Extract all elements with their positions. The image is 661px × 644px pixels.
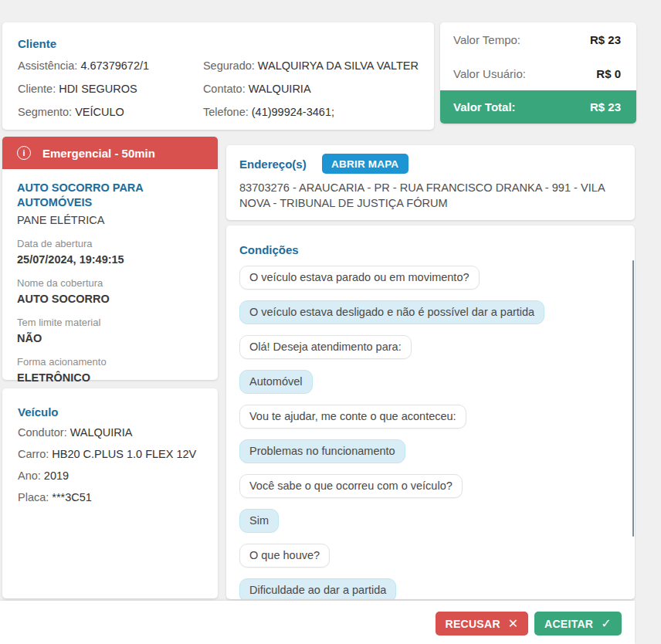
valor-total-row: Valor Total: R$ 23 xyxy=(440,90,636,124)
field-label: Telefone: xyxy=(203,106,249,118)
chat-bubble-answer: Automóvel xyxy=(239,370,313,394)
field-value: 4.67379672/1 xyxy=(80,59,149,72)
valor-value: R$ 23 xyxy=(590,33,621,46)
field-ano: Ano:2019 xyxy=(18,469,207,483)
chat-bubble-question: Vou te ajudar, me conte o que aconteceu: xyxy=(239,405,466,429)
field-value: WALQUIRIA xyxy=(249,83,311,95)
emergency-banner-label: Emergencial - 50min xyxy=(42,147,155,160)
field-label: Condutor: xyxy=(18,426,67,439)
field-value: VEÍCULO xyxy=(75,106,124,118)
field-value: WALQUIRYA DA SILVA VALTER xyxy=(258,59,419,72)
detail-data-abertura: Data de abertura 25/07/2024, 19:49:15 xyxy=(17,238,207,267)
field-placa: Placa:***3C51 xyxy=(18,490,207,505)
field-label: Cliente: xyxy=(18,83,56,95)
chat-bubble-answer: Problemas no funcionamento xyxy=(239,439,405,463)
field-label: Carro: xyxy=(18,448,49,460)
chat-bubble-question: O que houve? xyxy=(239,544,330,568)
detail-value: ELETRÔNICO xyxy=(17,371,207,385)
recusar-label: RECUSAR xyxy=(445,618,500,630)
x-icon: ✕ xyxy=(508,618,519,630)
coverage-card: AUTO SOCORRO PARA AUTOMÓVEIS PANE ELÉTRI… xyxy=(2,169,218,380)
valor-card: Valor Tempo: R$ 23 Valor Usuário: R$ 0 V… xyxy=(440,22,636,124)
valor-total-value: R$ 23 xyxy=(590,100,621,114)
field-condutor: Condutor:WALQUIRIA xyxy=(18,425,207,440)
field-segmento: Segmento:VEÍCULO xyxy=(18,100,203,124)
vehicle-card: Veículo Condutor:WALQUIRIA Carro:HB20 C.… xyxy=(2,388,218,598)
open-map-button[interactable]: ABRIR MAPA xyxy=(322,154,408,174)
valor-label: Valor Tempo: xyxy=(453,33,520,46)
valor-total-label: Valor Total: xyxy=(453,100,516,114)
address-card: Endereço(s) ABRIR MAPA 83703276 - ARAUCA… xyxy=(226,145,635,220)
chat-bubble-question: Olá! Deseja atendimento para: xyxy=(239,335,412,359)
field-value: 2019 xyxy=(44,469,69,482)
field-label: Segurado: xyxy=(203,59,255,72)
service-event: PANE ELÉTRICA xyxy=(17,213,207,228)
field-value: HDI SEGUROS xyxy=(59,83,137,95)
footer-bar: RECUSAR ✕ ACEITAR ✓ xyxy=(0,601,635,644)
chat-bubble-answer: O veículo estava desligado e não é possí… xyxy=(239,300,544,324)
conditions-scrollbar-thumb[interactable] xyxy=(632,260,634,537)
detail-forma-acionamento: Forma acionamento ELETRÔNICO xyxy=(17,356,207,385)
detail-label: Nome da cobertura xyxy=(17,277,207,290)
chat-bubble-question: O veículo estava parado ou em movimento? xyxy=(239,266,480,290)
detail-limite-material: Tem limite material NÃO xyxy=(17,317,207,346)
valor-label: Valor Usuário: xyxy=(453,67,526,80)
field-label: Contato: xyxy=(203,83,246,95)
detail-value: 25/07/2024, 19:49:15 xyxy=(17,253,207,267)
valor-tempo-row: Valor Tempo: R$ 23 xyxy=(440,22,636,56)
field-value: HB20 C.PLUS 1.0 FLEX 12V xyxy=(52,448,196,460)
emergency-banner: i Emergencial - 50min xyxy=(2,137,218,169)
detail-value: AUTO SOCORRO xyxy=(17,292,207,307)
aceitar-label: ACEITAR xyxy=(544,618,593,630)
detail-label: Tem limite material xyxy=(17,317,207,329)
check-icon: ✓ xyxy=(601,618,612,630)
info-icon: i xyxy=(17,146,31,160)
field-label: Segmento: xyxy=(18,106,72,118)
service-name: AUTO SOCORRO PARA AUTOMÓVEIS xyxy=(17,181,207,210)
chat-bubble-question: Você sabe o que ocorreu com o veículo? xyxy=(239,474,463,498)
field-carro: Carro:HB20 C.PLUS 1.0 FLEX 12V xyxy=(18,447,207,462)
field-telefone: Telefone:(41)99924-3461; xyxy=(203,100,419,124)
detail-label: Forma acionamento xyxy=(17,356,207,368)
detail-label: Data de abertura xyxy=(17,238,207,250)
detail-value: NÃO xyxy=(17,331,207,346)
detail-nome-cobertura: Nome da cobertura AUTO SOCORRO xyxy=(17,277,207,307)
valor-value: R$ 0 xyxy=(596,67,621,80)
chat-transcript: O veículo estava parado ou em movimento?… xyxy=(239,266,616,599)
valor-usuario-row: Valor Usuário: R$ 0 xyxy=(440,56,636,90)
field-label: Ano: xyxy=(18,469,41,482)
field-segurado: Segurado:WALQUIRYA DA SILVA VALTER xyxy=(203,54,419,77)
aceitar-button[interactable]: ACEITAR ✓ xyxy=(534,612,622,636)
chat-bubble-answer: Sim xyxy=(239,509,279,533)
field-contato: Contato:WALQUIRIA xyxy=(203,77,419,100)
field-label: Placa: xyxy=(18,491,49,503)
field-assistencia: Assistência:4.67379672/1 xyxy=(18,54,203,77)
conditions-card: Condições O veículo estava parado ou em … xyxy=(226,225,635,599)
vehicle-card-title: Veículo xyxy=(18,405,207,419)
address-text: 83703276 - ARAUCARIA - PR - RUA FRANCISC… xyxy=(239,180,619,211)
address-card-title: Endereço(s) xyxy=(239,158,307,171)
phone-link[interactable]: (41)99924-3461; xyxy=(252,106,334,118)
chat-bubble-answer: Dificuldade ao dar a partida xyxy=(239,578,396,599)
field-value: ***3C51 xyxy=(52,491,92,503)
field-value: WALQUIRIA xyxy=(70,426,133,439)
conditions-card-title: Condições xyxy=(239,243,616,256)
client-card-title: Cliente xyxy=(18,37,419,50)
client-card: Cliente Assistência:4.67379672/1 Cliente… xyxy=(2,22,434,130)
field-label: Assistência: xyxy=(18,59,77,72)
recusar-button[interactable]: RECUSAR ✕ xyxy=(436,612,528,636)
field-cliente: Cliente:HDI SEGUROS xyxy=(18,77,203,100)
